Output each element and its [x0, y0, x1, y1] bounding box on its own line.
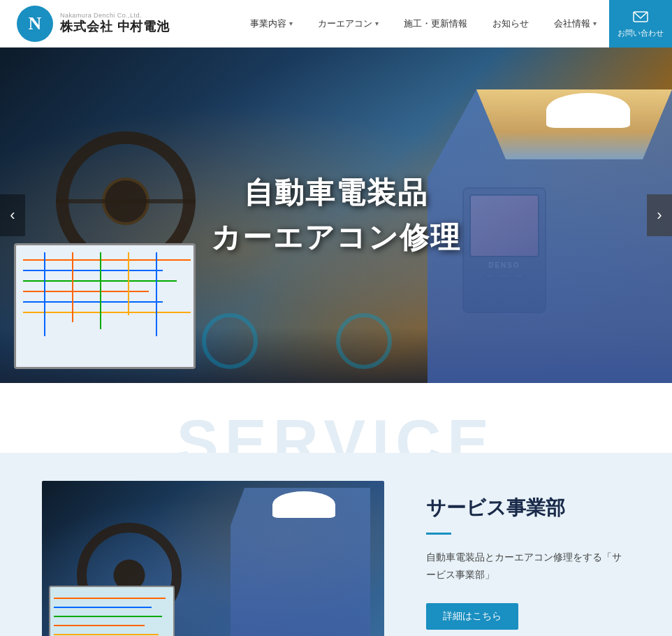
svg-text:N: N — [29, 13, 42, 34]
nav-construction-label: 施工・更新情報 — [404, 17, 467, 30]
hero-section: DENSO 自動車電装品 カーエアコン修理 ‹ › — [0, 48, 672, 383]
chevron-down-icon: ▾ — [593, 20, 597, 27]
technician-person — [428, 89, 672, 383]
chevron-down-icon: ▾ — [289, 20, 293, 27]
laptop-screen — [16, 245, 193, 367]
service-laptop-screen — [50, 587, 173, 636]
nav-news-label: お知らせ — [492, 17, 529, 30]
hero-line2: カーエアコン修理 — [211, 218, 461, 257]
chevron-down-icon: ▾ — [375, 20, 379, 27]
service-technician-cap — [272, 491, 335, 518]
mail-icon — [632, 8, 649, 25]
logo-text-group: Nakamura Denchi Co.,Ltd. 株式会社 中村電池 — [60, 12, 170, 34]
logo-area: N Nakamura Denchi Co.,Ltd. 株式会社 中村電池 — [0, 6, 187, 42]
nav-jigyou-label: 事業内容 — [250, 17, 286, 30]
logo-icon: N — [17, 6, 53, 42]
gauge-left — [202, 313, 258, 369]
contact-button[interactable]: お問い合わせ — [609, 0, 672, 48]
chevron-left-icon: ‹ — [10, 206, 15, 224]
service-section: SERVICE サービス事業部 — [0, 383, 672, 636]
contact-label: お問い合わせ — [618, 28, 664, 38]
service-description: 自動車電装品とカーエアコン修理をする「サービス事業部」 — [426, 549, 630, 584]
service-detail-button[interactable]: 詳細はこちら — [426, 603, 518, 630]
technician-cap — [546, 93, 630, 128]
service-laptop — [49, 586, 175, 636]
slider-next-button[interactable]: › — [647, 194, 672, 236]
laptop-device — [14, 243, 196, 369]
chevron-right-icon: › — [657, 206, 662, 224]
nav-item-news[interactable]: お知らせ — [480, 0, 541, 47]
service-title-divider — [426, 533, 451, 535]
nav-item-construction[interactable]: 施工・更新情報 — [391, 0, 480, 47]
site-header: N Nakamura Denchi Co.,Ltd. 株式会社 中村電池 事業内… — [0, 0, 672, 48]
logo-subtitle: Nakamura Denchi Co.,Ltd. — [60, 12, 170, 20]
nav-item-car-aircon[interactable]: カーエアコン ▾ — [305, 0, 391, 47]
hero-line1: 自動車電装品 — [211, 173, 461, 212]
hero-text-overlay: 自動車電装品 カーエアコン修理 — [211, 173, 461, 257]
nav-item-jigyou[interactable]: 事業内容 ▾ — [238, 0, 305, 47]
nav-aircon-label: カーエアコン — [318, 17, 372, 30]
nav-company-label: 会社情報 — [554, 17, 590, 30]
gauge-right — [336, 313, 392, 369]
logo-title: 株式会社 中村電池 — [60, 20, 170, 35]
main-nav: 事業内容 ▾ カーエアコン ▾ 施工・更新情報 お知らせ 会社情報 ▾ お問い合… — [238, 0, 672, 47]
service-image — [42, 481, 384, 636]
service-title: サービス事業部 — [426, 495, 630, 521]
nav-item-company[interactable]: 会社情報 ▾ — [541, 0, 609, 47]
service-content-area: サービス事業部 自動車電装品とカーエアコン修理をする「サービス事業部」 詳細はこ… — [0, 453, 672, 636]
laptop-screen-content — [16, 245, 193, 367]
slider-prev-button[interactable]: ‹ — [0, 194, 25, 236]
service-text-block: サービス事業部 自動車電装品とカーエアコン修理をする「サービス事業部」 詳細はこ… — [426, 481, 630, 630]
